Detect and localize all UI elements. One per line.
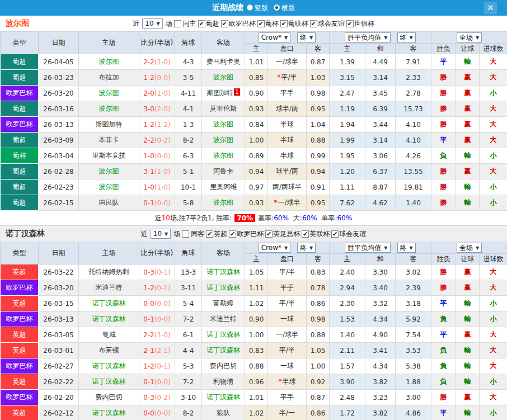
home-team[interactable]: 本菲卡 [79,133,139,148]
league-filter-item[interactable]: ✔葡杯 [257,19,279,29]
league-filter-item[interactable]: ✔英超 [206,229,227,239]
match-date: 26-02-20 [39,390,79,405]
away-team[interactable]: 斯图加特1 [202,86,245,101]
same-venue-checkbox[interactable] [182,230,189,238]
away-team[interactable]: 波尔图 [202,117,245,133]
handicap-result: 赢 [456,133,480,148]
match-count-select[interactable]: 10▼ [151,229,171,239]
checkbox-checked-icon[interactable]: ✔ [257,20,265,27]
home-team[interactable]: 里斯本竞技 [79,148,139,164]
league-filter-item[interactable]: ✔欧罗巴杯 [221,19,256,29]
ah-home-odds: 1.05 [245,265,268,280]
away-team[interactable]: 诺丁汉森林 [202,343,245,358]
eu-away-odds: 3.00 [396,390,431,405]
home-team[interactable]: 曼城 [79,327,139,343]
checkbox-checked-icon[interactable]: ✔ [331,230,339,238]
away-team[interactable]: 费马利卡奥 [202,54,245,70]
ah-away-odds: 0.91 [307,180,330,195]
home-team[interactable]: 费内巴切 [79,390,139,405]
home-team[interactable]: 波尔图 [79,180,139,195]
odds-stage-select[interactable]: 终▼ [297,243,316,253]
away-team[interactable]: 利物浦 [202,374,245,390]
away-team[interactable]: 波尔图 [202,133,245,148]
eu-odds-select[interactable]: 胜平负均值▼ [345,32,390,43]
league-filter-item[interactable]: ✔世俱杯 [346,19,374,29]
match-date: 26-02-28 [39,164,79,180]
league-badge: 欧罗巴杯 [1,390,39,405]
eu-odds-select[interactable]: 胜平负均值▼ [345,243,390,253]
match-result: 平 [431,327,456,343]
corner-score: 8-2 [175,133,202,148]
same-venue-checkbox[interactable] [174,20,181,27]
away-team[interactable]: 诺丁汉森林 [202,280,245,296]
col-header-score: 比分(半场) [139,242,175,265]
checkbox-checked-icon[interactable]: ✔ [221,20,228,27]
league-filter-item[interactable]: ✔欧罗巴杯 [229,229,264,239]
home-team[interactable]: 布莱顿 [79,343,139,358]
scope-select[interactable]: 全场▼ [457,32,482,43]
home-team[interactable]: 布拉加 [79,70,139,86]
league-filter-item[interactable]: ✔英联杯 [302,229,330,239]
away-team[interactable]: 波尔图 [202,195,245,211]
corner-score: 4-4 [175,343,202,358]
home-team[interactable]: 托特纳姆热刺 [79,265,139,280]
away-team[interactable]: 诺丁汉森林 [202,390,245,405]
league-filter-item[interactable]: ✔葡联杯 [280,19,308,29]
league-filter-item[interactable]: ✔球会友谊 [331,229,366,239]
league-filter-item[interactable]: ✔球会友谊 [310,19,345,29]
ah-header-cell: Crow*▼ 终▼ [245,32,330,44]
checkbox-checked-icon[interactable]: ✔ [229,230,236,238]
ah-away-odds: 1.03 [307,70,330,86]
eu-draw-odds: 3.44 [365,117,396,133]
checkbox-checked-icon[interactable]: ✔ [280,20,288,27]
away-team[interactable]: 里奥阿维 [202,180,245,195]
checkbox-checked-icon[interactable]: ✔ [346,20,354,27]
away-team[interactable]: 诺丁汉森林 [202,327,245,343]
radio-horizontal-label[interactable]: 横版 [281,4,295,12]
away-team[interactable]: 波尔图 [202,148,245,164]
away-team[interactable]: 波尔图 [202,70,245,86]
eu-stage-select[interactable]: 终▼ [397,32,416,43]
checkbox-checked-icon[interactable]: ✔ [265,230,273,238]
radio-horizontal-icon[interactable] [274,4,280,11]
home-team[interactable]: 波尔图 [79,101,139,117]
away-team[interactable]: 费内巴切 [202,358,245,374]
ah-header-cell: Crow*▼ 终▼ [245,242,330,254]
home-team[interactable]: 米迪兰特 [79,280,139,296]
home-team[interactable]: 波尔图 [79,164,139,180]
home-team[interactable]: 诺丁汉森林 [79,312,139,327]
away-team[interactable]: 莫雷伦斯 [202,101,245,117]
odds-stage-select[interactable]: 终▼ [297,32,316,43]
league-filter-item[interactable]: ✔葡超 [198,19,219,29]
home-team[interactable]: 波尔图 [79,86,139,101]
away-team[interactable]: 富勒姆 [202,296,245,312]
checkbox-checked-icon[interactable]: ✔ [206,230,213,238]
away-team[interactable]: 诺丁汉森林 [202,265,245,280]
away-team[interactable]: 米迪兰特 [202,312,245,327]
league-filter-item[interactable]: ✔英足总杯 [265,229,300,239]
match-count-select[interactable]: 10▼ [142,18,162,29]
odds-company-select[interactable]: Crow*▼ [259,32,290,43]
close-button[interactable]: ✕ [484,2,497,14]
away-team[interactable]: 阿鲁卡 [202,164,245,180]
chevron-down-icon: ▼ [309,35,313,40]
match-date: 26-03-13 [39,117,79,133]
home-team[interactable]: 诺丁汉森林 [79,358,139,374]
corner-score: 5-4 [175,296,202,312]
eu-stage-select[interactable]: 终▼ [397,243,416,253]
checkbox-checked-icon[interactable]: ✔ [302,230,309,238]
odds-company-select[interactable]: Crow*▼ [259,243,290,253]
scope-select[interactable]: 全场▼ [457,243,482,253]
radio-vertical-icon[interactable] [247,4,253,11]
checkbox-checked-icon[interactable]: ✔ [198,20,205,27]
home-team[interactable]: 国民队 [79,195,139,211]
home-team[interactable]: 波尔图 [79,54,139,70]
home-team[interactable]: 诺丁汉森林 [79,405,139,420]
home-team[interactable]: 诺丁汉森林 [79,374,139,390]
ah-away-odds: 0.95 [307,101,330,117]
radio-vertical-label[interactable]: 竖版 [255,4,268,12]
home-team[interactable]: 斯图加特 [79,117,139,133]
checkbox-checked-icon[interactable]: ✔ [310,20,317,27]
home-team[interactable]: 诺丁汉森林 [79,296,139,312]
away-team[interactable]: 狼队 [202,405,245,420]
